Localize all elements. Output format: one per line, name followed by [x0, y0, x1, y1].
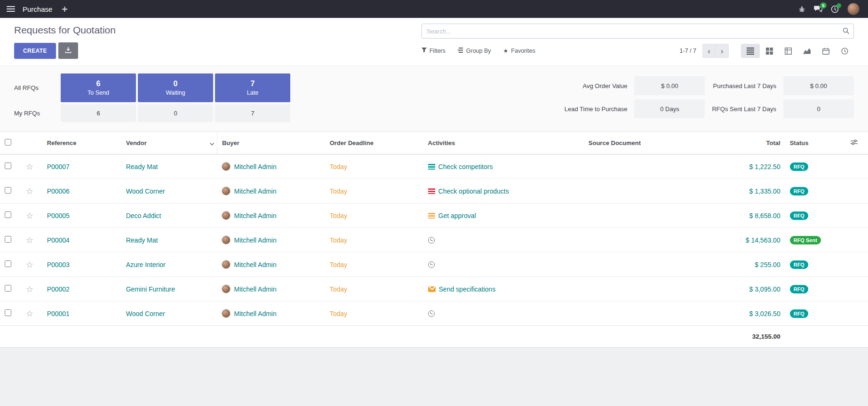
row-checkbox[interactable] — [5, 260, 11, 267]
optional-columns-icon[interactable] — [850, 138, 859, 148]
vendor-link[interactable]: Gemini Furniture — [126, 285, 175, 293]
favorite-star-icon[interactable] — [26, 285, 33, 293]
row-checkbox[interactable] — [5, 309, 11, 316]
source-document-cell — [584, 252, 701, 277]
funnel-icon — [422, 48, 427, 54]
buyer-link[interactable]: Mitchell Admin — [234, 285, 276, 293]
row-checkbox[interactable] — [5, 285, 11, 292]
apps-menu-icon[interactable] — [7, 5, 15, 13]
pager-range: 1-7 / 7 — [680, 48, 696, 54]
header-vendor[interactable]: Vendor — [121, 132, 217, 154]
reference-link[interactable]: P00007 — [47, 163, 70, 171]
table-row[interactable]: P00002 Gemini Furniture Mitchell Admin T… — [0, 277, 868, 301]
reference-link[interactable]: P00004 — [47, 236, 70, 244]
activity-link[interactable]: Get approval — [438, 212, 476, 219]
vendor-link[interactable]: Ready Mat — [126, 163, 158, 171]
reference-link[interactable]: P00003 — [47, 261, 70, 268]
row-checkbox[interactable] — [5, 187, 11, 194]
activity-type-icon[interactable] — [428, 286, 436, 292]
header-order-deadline[interactable]: Order Deadline — [325, 132, 423, 154]
stat-label-sent-7d: RFQs Sent Last 7 Days — [712, 106, 776, 113]
header-reference[interactable]: Reference — [42, 132, 121, 154]
buyer-link[interactable]: Mitchell Admin — [234, 187, 276, 195]
header-status[interactable]: Status — [785, 132, 845, 154]
header-buyer[interactable]: Buyer — [217, 132, 325, 154]
table-row[interactable]: P00007 Ready Mat Mitchell Admin Today Ch… — [0, 154, 868, 179]
pivot-view-button[interactable] — [779, 44, 797, 58]
pager-previous-button[interactable] — [702, 44, 716, 58]
search-icon[interactable] — [843, 27, 850, 36]
row-checkbox[interactable] — [5, 162, 11, 169]
stat-value-avg-order: $ 0.00 — [634, 76, 705, 95]
buyer-link[interactable]: Mitchell Admin — [234, 212, 276, 219]
tile-to-send[interactable]: 6 To Send — [61, 73, 136, 102]
page: Purchase 5 Requests for Quotation — [0, 0, 868, 348]
order-deadline-value: Today — [330, 261, 347, 268]
table-row[interactable]: P00004 Ready Mat Mitchell Admin Today $ … — [0, 228, 868, 252]
activity-link[interactable]: Check optional products — [438, 187, 509, 195]
vendor-link[interactable]: Azure Interior — [126, 261, 166, 268]
group-by-button[interactable]: Group By — [458, 48, 491, 54]
activity-type-icon[interactable] — [428, 237, 435, 244]
activity-type-icon[interactable] — [428, 188, 435, 194]
header-total[interactable]: Total — [701, 132, 785, 154]
activities-clock-icon[interactable] — [831, 5, 839, 13]
export-button[interactable] — [58, 42, 78, 59]
reference-link[interactable]: P00001 — [47, 310, 70, 317]
header-source-document[interactable]: Source Document — [584, 132, 701, 154]
buyer-link[interactable]: Mitchell Admin — [234, 163, 276, 171]
tile-late[interactable]: 7 Late — [215, 73, 290, 102]
favorite-star-icon[interactable] — [26, 309, 33, 318]
favorite-star-icon[interactable] — [26, 236, 33, 244]
table-row[interactable]: P00005 Deco Addict Mitchell Admin Today … — [0, 203, 868, 228]
favorite-star-icon[interactable] — [26, 162, 33, 171]
reference-link[interactable]: P00002 — [47, 285, 70, 293]
activity-link[interactable]: Check competitors — [438, 163, 493, 171]
activity-view-button[interactable] — [835, 44, 854, 58]
table-row[interactable]: P00001 Wood Corner Mitchell Admin Today … — [0, 301, 868, 326]
tile-my-late[interactable]: 7 — [215, 104, 290, 122]
source-document-cell — [584, 154, 701, 179]
messages-icon[interactable]: 5 — [814, 5, 822, 13]
vendor-link[interactable]: Wood Corner — [126, 187, 165, 195]
favorite-star-icon[interactable] — [26, 187, 33, 195]
row-checkbox[interactable] — [5, 211, 11, 218]
stat-value-purchased-7d: $ 0.00 — [783, 76, 854, 95]
activity-type-icon[interactable] — [428, 310, 435, 317]
pager-next-button[interactable] — [716, 44, 729, 58]
buyer-link[interactable]: Mitchell Admin — [234, 261, 276, 268]
calendar-view-button[interactable] — [816, 44, 835, 58]
favorites-button[interactable]: Favorites — [503, 48, 535, 54]
activity-type-icon[interactable] — [428, 164, 435, 170]
plus-icon[interactable] — [62, 6, 68, 12]
activity-type-icon[interactable] — [428, 213, 435, 219]
table-row[interactable]: P00003 Azure Interior Mitchell Admin Tod… — [0, 252, 868, 277]
list-view-button[interactable] — [741, 44, 760, 58]
header-activities[interactable]: Activities — [423, 132, 584, 154]
filters-button[interactable]: Filters — [422, 48, 446, 54]
tile-my-to-send[interactable]: 6 — [61, 104, 136, 122]
row-checkbox[interactable] — [5, 236, 11, 243]
vendor-link[interactable]: Deco Addict — [126, 212, 161, 219]
search-input[interactable] — [422, 24, 854, 39]
user-avatar[interactable] — [847, 3, 860, 15]
vendor-link[interactable]: Ready Mat — [126, 236, 158, 244]
favorite-star-icon[interactable] — [26, 211, 33, 220]
kanban-view-button[interactable] — [760, 44, 779, 58]
tile-waiting[interactable]: 0 Waiting — [138, 73, 213, 102]
reference-link[interactable]: P00006 — [47, 187, 70, 195]
app-name[interactable]: Purchase — [23, 5, 52, 13]
activity-link[interactable]: Send specifications — [439, 285, 496, 293]
activity-type-icon[interactable] — [428, 261, 435, 268]
buyer-link[interactable]: Mitchell Admin — [234, 310, 276, 317]
vendor-link[interactable]: Wood Corner — [126, 310, 165, 317]
graph-view-button[interactable] — [797, 44, 816, 58]
tile-my-waiting[interactable]: 0 — [138, 104, 213, 122]
favorite-star-icon[interactable] — [26, 260, 33, 269]
buyer-link[interactable]: Mitchell Admin — [234, 236, 276, 244]
table-row[interactable]: P00006 Wood Corner Mitchell Admin Today … — [0, 179, 868, 203]
select-all-checkbox[interactable] — [5, 139, 11, 146]
debug-bug-icon[interactable] — [798, 6, 805, 13]
reference-link[interactable]: P00005 — [47, 212, 70, 219]
create-button[interactable]: CREATE — [14, 43, 56, 59]
